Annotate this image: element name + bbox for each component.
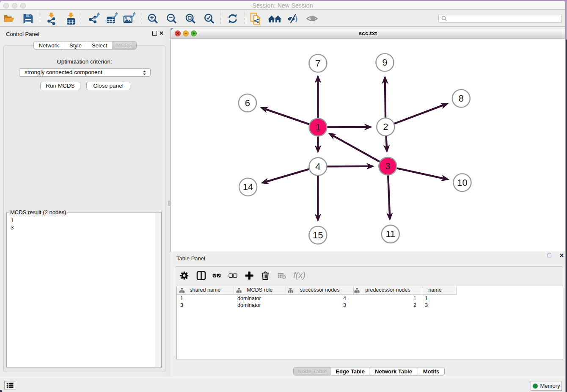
- svg-text:f(x): f(x): [293, 271, 306, 280]
- svg-text:1: 1: [315, 122, 320, 133]
- svg-text:10: 10: [457, 177, 467, 188]
- svg-text:14: 14: [243, 182, 253, 192]
- svg-text:9: 9: [382, 57, 387, 68]
- svg-text:6: 6: [245, 98, 250, 108]
- svg-text:15: 15: [313, 230, 323, 240]
- svg-text:3: 3: [385, 161, 390, 171]
- svg-text:8: 8: [459, 93, 464, 104]
- svg-text:11: 11: [385, 229, 395, 239]
- svg-text:2: 2: [383, 121, 388, 132]
- svg-text:4: 4: [315, 161, 320, 172]
- svg-text:7: 7: [315, 58, 320, 69]
